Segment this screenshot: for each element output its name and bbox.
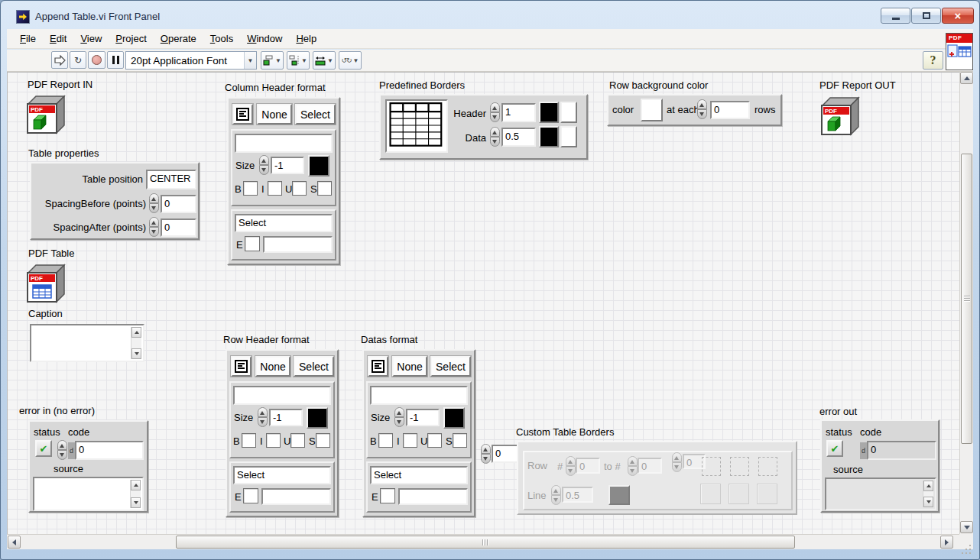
size-spinner[interactable] bbox=[259, 155, 269, 175]
code-field[interactable]: 0 bbox=[75, 441, 144, 460]
vertical-scroll-thumb[interactable] bbox=[961, 154, 972, 444]
font-selector[interactable]: 20pt Application Font ▼ bbox=[125, 51, 257, 70]
chevron-down-icon[interactable]: ▼ bbox=[244, 52, 256, 69]
run-button[interactable] bbox=[51, 51, 68, 69]
menu-view[interactable]: View bbox=[73, 31, 109, 47]
size-field[interactable]: -1 bbox=[269, 409, 303, 426]
italic-checkbox[interactable] bbox=[266, 433, 281, 448]
font-color-box[interactable] bbox=[443, 407, 465, 429]
spacing-before-spinner[interactable] bbox=[149, 193, 159, 213]
scroll-down-button[interactable] bbox=[131, 497, 141, 508]
text-align-button[interactable] bbox=[368, 356, 388, 377]
header-width-spinner[interactable] bbox=[490, 102, 500, 122]
strike-checkbox[interactable] bbox=[317, 181, 332, 196]
bold-checkbox[interactable] bbox=[243, 181, 258, 196]
radix-indicator[interactable]: d bbox=[68, 442, 75, 459]
underline-checkbox[interactable] bbox=[427, 433, 442, 448]
font-select-field[interactable]: Select bbox=[370, 466, 468, 484]
menu-tools[interactable]: Tools bbox=[203, 31, 240, 47]
menu-window[interactable]: Window bbox=[240, 31, 289, 47]
code-spinner[interactable] bbox=[57, 440, 67, 460]
scroll-down-button[interactable] bbox=[131, 348, 141, 359]
scroll-left-button[interactable] bbox=[8, 536, 21, 549]
resize-grip[interactable] bbox=[959, 534, 973, 549]
scroll-down-button[interactable] bbox=[923, 497, 933, 507]
run-continuously-button[interactable]: ↻ bbox=[70, 51, 86, 69]
e-checkbox[interactable] bbox=[243, 488, 258, 503]
select-button[interactable]: Select bbox=[295, 104, 336, 125]
table-position-field[interactable]: CENTER bbox=[146, 170, 196, 189]
maximize-button[interactable] bbox=[911, 8, 941, 24]
rows-count-spinner[interactable] bbox=[697, 99, 707, 119]
strike-checkbox[interactable] bbox=[453, 433, 467, 448]
source-textbox[interactable] bbox=[33, 477, 144, 511]
spacing-after-spinner[interactable] bbox=[149, 217, 159, 237]
e-field[interactable] bbox=[261, 488, 331, 505]
close-button[interactable]: × bbox=[942, 8, 974, 24]
select-button[interactable]: Select bbox=[294, 356, 334, 377]
data-border-color-box[interactable] bbox=[539, 126, 559, 147]
none-button[interactable]: None bbox=[255, 356, 290, 377]
menu-file[interactable]: File bbox=[13, 31, 43, 47]
header-fill-color-box[interactable] bbox=[560, 102, 577, 123]
data-width-spinner[interactable] bbox=[490, 127, 500, 147]
reorder-objects-button[interactable]: ↺↻ ▼ bbox=[339, 51, 362, 70]
bold-checkbox[interactable] bbox=[378, 433, 393, 448]
spacing-before-field[interactable]: 0 bbox=[161, 195, 196, 213]
source-scrollbar[interactable] bbox=[130, 480, 141, 508]
horizontal-scrollbar[interactable] bbox=[7, 534, 959, 549]
spacing-after-field[interactable]: 0 bbox=[161, 218, 196, 237]
size-field[interactable]: -1 bbox=[271, 157, 304, 174]
size-spinner[interactable] bbox=[258, 407, 268, 427]
size-spinner[interactable] bbox=[394, 407, 404, 427]
font-name-field[interactable] bbox=[370, 386, 468, 405]
context-help-button[interactable]: ? bbox=[923, 51, 943, 70]
scroll-up-button[interactable] bbox=[131, 327, 141, 338]
status-boolean[interactable]: ✔ bbox=[35, 440, 52, 457]
menu-edit[interactable]: Edit bbox=[43, 31, 73, 47]
italic-checkbox[interactable] bbox=[268, 181, 282, 196]
bold-checkbox[interactable] bbox=[242, 433, 256, 448]
menu-help[interactable]: Help bbox=[289, 31, 323, 47]
italic-checkbox[interactable] bbox=[403, 433, 417, 448]
scroll-up-button[interactable] bbox=[960, 72, 973, 84]
rows-count-field[interactable]: 0 bbox=[710, 101, 750, 119]
header-width-field[interactable]: 1 bbox=[501, 103, 536, 122]
scroll-right-button[interactable] bbox=[940, 536, 953, 549]
caption-textbox[interactable] bbox=[30, 324, 144, 362]
vi-icon[interactable]: PDF bbox=[946, 33, 973, 70]
resize-objects-button[interactable]: ▼ bbox=[313, 51, 336, 70]
e-field[interactable] bbox=[263, 236, 333, 253]
e-field[interactable] bbox=[398, 488, 468, 505]
scroll-up-button[interactable] bbox=[131, 480, 141, 490]
align-objects-button[interactable]: ▼ bbox=[261, 51, 284, 70]
row-color-box[interactable] bbox=[641, 99, 663, 121]
text-align-button[interactable] bbox=[232, 104, 253, 125]
horizontal-scroll-thumb[interactable] bbox=[176, 536, 795, 549]
abort-button[interactable] bbox=[88, 51, 105, 69]
source-scrollbar[interactable] bbox=[923, 481, 933, 507]
font-select-field[interactable]: Select bbox=[235, 214, 333, 232]
pause-button[interactable] bbox=[107, 51, 124, 69]
underline-checkbox[interactable] bbox=[290, 433, 305, 448]
header-border-color-box[interactable] bbox=[539, 102, 559, 123]
font-select-field[interactable]: Select bbox=[233, 466, 331, 484]
text-align-button[interactable] bbox=[231, 356, 251, 377]
vertical-scrollbar[interactable] bbox=[959, 72, 973, 534]
font-name-field[interactable] bbox=[235, 134, 333, 153]
none-button[interactable]: None bbox=[392, 356, 427, 377]
e-checkbox[interactable] bbox=[380, 488, 395, 503]
array-index-spinner[interactable] bbox=[481, 444, 491, 464]
titlebar[interactable]: Append Table.vi Front Panel × bbox=[1, 1, 979, 28]
font-color-box[interactable] bbox=[308, 155, 329, 176]
menu-operate[interactable]: Operate bbox=[154, 31, 203, 47]
caption-scrollbar[interactable] bbox=[131, 327, 141, 359]
scroll-down-button[interactable] bbox=[960, 521, 973, 533]
e-checkbox[interactable] bbox=[245, 236, 260, 251]
font-color-box[interactable] bbox=[307, 407, 328, 429]
menu-project[interactable]: Project bbox=[109, 31, 153, 47]
select-button[interactable]: Select bbox=[430, 356, 471, 377]
size-field[interactable]: -1 bbox=[406, 409, 440, 426]
strike-checkbox[interactable] bbox=[316, 433, 330, 448]
minimize-button[interactable] bbox=[881, 8, 910, 24]
